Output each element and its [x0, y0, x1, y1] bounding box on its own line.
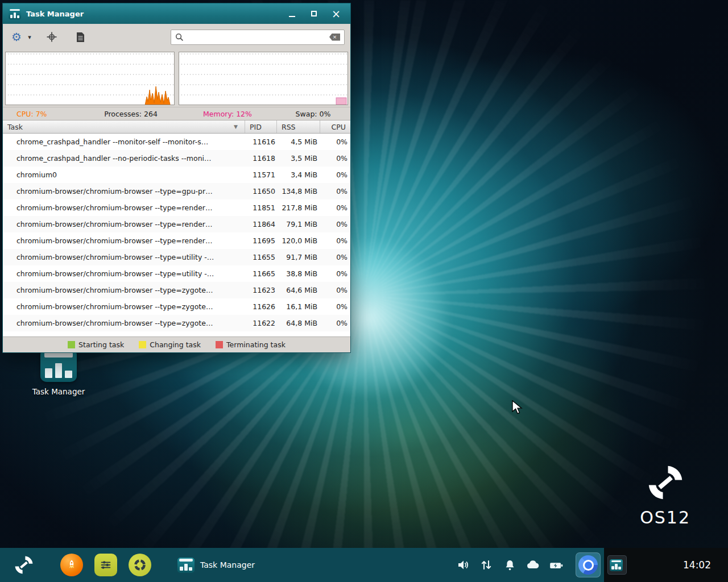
volume-button[interactable]	[456, 558, 470, 572]
os-logo: OS12	[640, 462, 690, 527]
column-header-rss[interactable]: RSS	[277, 120, 320, 133]
cell-pid: 11623	[245, 286, 277, 294]
legend-item: Starting task	[68, 340, 124, 349]
window-icon	[9, 8, 21, 19]
memory-graph	[179, 52, 348, 105]
cell-rss: 134,8 MiB	[277, 187, 320, 196]
cell-task: chromium-browser/chromium-browser --type…	[3, 253, 245, 261]
memory-history-plot	[179, 52, 348, 105]
launcher-apps-button[interactable]	[129, 554, 151, 576]
maximize-button[interactable]	[305, 6, 322, 21]
table-row[interactable]: chromium-browser/chromium-browser --type…	[3, 232, 350, 249]
desktop-icon-task-manager[interactable]: Task Manager	[34, 349, 83, 396]
minimize-button[interactable]	[283, 6, 300, 21]
swap-stat: Swap: 0%	[276, 110, 350, 118]
cloud-sync-button[interactable]	[526, 558, 540, 572]
sliders-icon	[100, 559, 112, 571]
taskbar-window-button[interactable]: Task Manager	[173, 548, 259, 582]
column-header-cpu[interactable]: CPU	[320, 120, 350, 133]
network-traffic-button[interactable]	[479, 558, 494, 572]
crosshair-icon	[46, 31, 57, 43]
legend-swatch	[139, 341, 146, 348]
table-row[interactable]: chromium-browser/chromium-browser --type…	[3, 216, 350, 232]
table-row[interactable]: chromium-browser/chromium-browser --type…	[3, 282, 350, 298]
cell-cpu: 0%	[320, 203, 350, 212]
os-logo-glyph	[645, 462, 686, 503]
desktop-icon-label: Task Manager	[32, 387, 85, 396]
cell-cpu: 0%	[320, 253, 350, 261]
notifications-button[interactable]	[502, 558, 517, 572]
table-row[interactable]: chromium-browser/chromium-browser --type…	[3, 265, 350, 282]
task-manager-icon	[610, 559, 623, 571]
cell-task: chrome_crashpad_handler --no-periodic-ta…	[3, 154, 245, 163]
taskbar: Task Manager	[0, 548, 728, 582]
cell-pid: 11650	[245, 187, 277, 196]
cell-cpu: 0%	[320, 236, 350, 245]
cell-task: chrome_crashpad_handler --monitor-self -…	[3, 138, 245, 146]
table-row[interactable]: chromium-browser/chromium-browser --type…	[3, 298, 350, 315]
cell-rss: 64,8 MiB	[277, 319, 320, 327]
column-header-task[interactable]: Task ▼	[3, 120, 245, 133]
os-logo-text: OS12	[640, 508, 690, 527]
toolbar: ⚙ ▾	[3, 24, 350, 50]
sort-indicator-icon: ▼	[234, 124, 240, 130]
minimize-icon	[289, 16, 295, 17]
cell-task: chromium0	[3, 171, 245, 179]
chevron-down-icon: ▾	[28, 34, 31, 41]
swap-stat-value: 0%	[320, 110, 331, 118]
table-row[interactable]: chromium-browser/chromium-browser --type…	[3, 199, 350, 216]
identify-window-button[interactable]	[44, 28, 60, 46]
close-button[interactable]: ×	[328, 6, 345, 21]
os-menu-icon	[13, 554, 35, 576]
cpu-history-plot	[6, 52, 174, 105]
cell-pid: 11626	[245, 302, 277, 311]
taskbar-chromium-button[interactable]	[576, 552, 601, 577]
report-button[interactable]	[72, 28, 88, 46]
taskbar-task-manager-mini-button[interactable]	[607, 555, 627, 575]
cell-task: chromium-browser/chromium-browser --type…	[3, 319, 245, 327]
cell-cpu: 0%	[320, 319, 350, 327]
table-row[interactable]: chromium-browser/chromium-browser --type…	[3, 315, 350, 331]
bell-icon	[503, 559, 516, 572]
cell-rss: 4,5 MiB	[277, 138, 320, 146]
table-row[interactable]: chrome_crashpad_handler --no-periodic-ta…	[3, 150, 350, 167]
legend-swatch	[216, 341, 223, 348]
system-tray	[456, 552, 601, 577]
titlebar[interactable]: Task Manager ×	[3, 3, 350, 24]
launcher-settings-button[interactable]	[94, 554, 117, 576]
cell-rss: 64,6 MiB	[277, 286, 320, 294]
table-row[interactable]: chromium0 11571 3,4 MiB 0%	[3, 167, 350, 183]
battery-button[interactable]	[549, 558, 564, 572]
taskbar-menu-button[interactable]	[11, 554, 36, 576]
cloud-icon	[526, 558, 540, 572]
table-header: Task ▼ PID RSS CPU	[3, 120, 350, 134]
cell-cpu: 0%	[320, 302, 350, 311]
chromium-icon	[578, 555, 598, 575]
cell-pid: 11864	[245, 220, 277, 228]
cell-rss: 3,4 MiB	[277, 171, 320, 179]
swap-stat-label: Swap:	[296, 110, 317, 118]
memory-stat-value: 12%	[236, 110, 252, 118]
cell-pid: 11665	[245, 269, 277, 278]
settings-dropdown-button[interactable]: ▾	[24, 28, 35, 46]
cell-rss: 217,8 MiB	[277, 203, 320, 212]
maximize-icon	[311, 11, 317, 16]
clear-search-icon[interactable]: ×	[329, 34, 340, 41]
cell-pid: 11622	[245, 319, 277, 327]
launcher-rocket-button[interactable]	[60, 554, 83, 576]
column-header-pid[interactable]: PID	[245, 120, 277, 133]
cell-task: chromium-browser/chromium-browser --type…	[3, 220, 245, 228]
task-manager-window: Task Manager × ⚙ ▾	[2, 3, 351, 353]
settings-button[interactable]: ⚙	[9, 28, 24, 46]
cell-task: chromium-browser/chromium-browser --type…	[3, 286, 245, 294]
gear-icon: ⚙	[11, 31, 22, 43]
window-title: Task Manager	[26, 10, 84, 18]
table-row[interactable]: chromium-browser/chromium-browser --type…	[3, 249, 350, 265]
battery-icon	[549, 558, 564, 573]
cell-pid: 11571	[245, 171, 277, 179]
table-row[interactable]: chromium-browser/chromium-browser --type…	[3, 183, 350, 199]
cell-cpu: 0%	[320, 269, 350, 278]
search-input[interactable]	[187, 33, 326, 41]
clock[interactable]: 14:02	[683, 559, 711, 571]
table-row[interactable]: chrome_crashpad_handler --monitor-self -…	[3, 134, 350, 150]
